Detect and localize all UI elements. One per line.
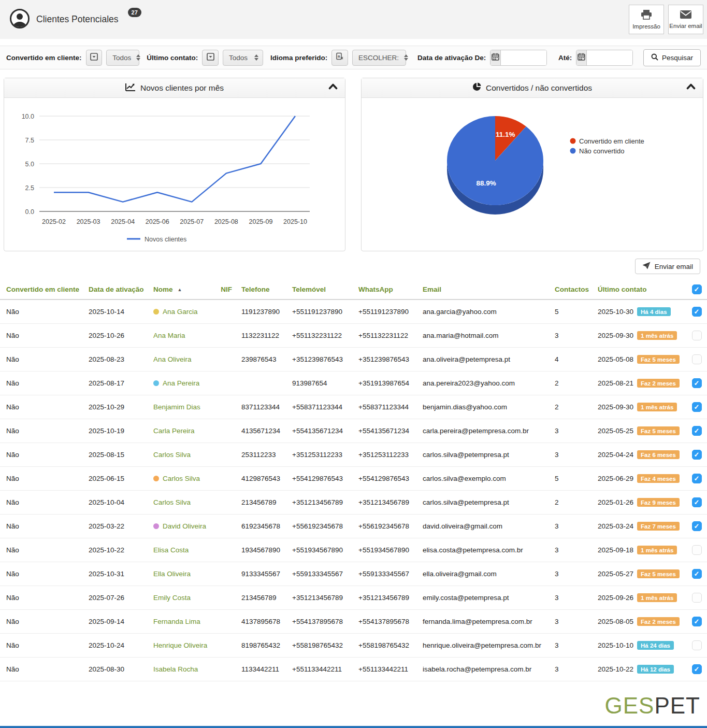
cell-activation-date: 2025-10-24 [82,641,147,649]
col-convertido[interactable]: Convertido em cliente [0,286,82,293]
row-checkbox[interactable]: ✓ [692,307,702,317]
print-button[interactable]: Impressão [629,5,664,34]
col-data-ativacao[interactable]: Data de ativação [82,286,147,293]
last-contact-badge: Faz 4 meses [637,474,680,483]
client-name-link[interactable]: Ana Pereira [163,379,199,387]
cell-converted: Não [0,594,82,602]
date-to-calendar-button[interactable] [576,50,587,65]
col-nome[interactable]: Nome▲ [147,286,214,293]
client-name-link[interactable]: Fernanda Lima [153,618,200,625]
collapse-chevron-icon[interactable] [328,83,338,92]
row-checkbox[interactable] [692,354,702,364]
col-telemovel[interactable]: Telemóvel [286,286,352,293]
svg-text:11.1%: 11.1% [496,131,515,138]
cell-email: carlos.silva@petempresa.pt [416,451,549,459]
client-name-link[interactable]: Ana Garcia [163,308,198,316]
sort-asc-icon: ▲ [178,287,182,292]
cell-phone: 9133345567 [235,570,286,578]
paper-plane-icon [642,262,651,271]
cell-mobile: +558371123344 [286,403,352,411]
cell-mobile: +551191237890 [286,308,352,316]
row-checkbox[interactable] [692,640,702,650]
col-whatsapp[interactable]: WhatsApp [352,286,416,293]
row-checkbox[interactable]: ✓ [692,474,702,483]
last-contact-badge: Faz 2 meses [637,379,680,388]
client-name-link[interactable]: Carlos Silva [153,498,191,506]
cell-whatsapp: +554129876543 [352,475,416,482]
svg-text:7.5: 7.5 [25,137,34,144]
row-checkbox[interactable]: ✓ [692,450,702,460]
row-checkbox[interactable]: ✓ [692,521,702,531]
send-email-table-button[interactable]: Enviar email [635,259,700,274]
client-name-link[interactable]: Carlos Silva [153,451,191,459]
cell-last-contact: 2025-08-21Faz 2 meses [591,379,686,388]
col-nif[interactable]: NIF [214,286,235,293]
row-checkbox[interactable]: ✓ [692,664,702,674]
converted-filter-select[interactable]: Todos [106,50,139,66]
cell-last-contact: 2025-10-22Há 12 dias [591,665,686,674]
client-name-link[interactable]: Ana Maria [153,332,185,339]
cell-activation-date: 2025-10-26 [82,332,147,339]
date-from-calendar-button[interactable] [490,50,501,65]
client-name-link[interactable]: Isabela Rocha [153,665,198,673]
cell-phone: 4137895678 [235,618,286,625]
row-checkbox[interactable]: ✓ [692,617,702,626]
client-name-link[interactable]: Ella Oliveira [153,570,191,578]
table-body: Não2025-10-14Ana Garcia1191237890+551191… [0,300,707,681]
cell-name: Carlos Silva [147,498,214,506]
client-name-link[interactable]: Henrique Oliveira [153,641,207,649]
language-filter-select[interactable]: ESCOLHER: [352,50,406,66]
cell-name: Carlos Silva [147,451,214,459]
col-email[interactable]: Email [416,286,549,293]
cell-activation-date: 2025-06-15 [82,475,147,482]
row-checkbox[interactable]: ✓ [692,402,702,412]
client-name-link[interactable]: Benjamim Dias [153,403,200,411]
row-checkbox[interactable] [692,545,702,555]
row-checkbox[interactable]: ✓ [692,497,702,507]
cell-whatsapp: +351253112233 [352,451,416,459]
cell-mobile: +551132231122 [286,332,352,339]
col-ultimo-contato[interactable]: Último contato [591,286,686,293]
row-checkbox[interactable] [692,331,702,340]
svg-text:a: a [338,54,340,59]
col-telefone[interactable]: Telefone [235,286,286,293]
collapse-chevron-icon[interactable] [686,83,696,92]
send-email-top-button[interactable]: Enviar email [668,5,703,34]
row-checkbox[interactable]: ✓ [692,426,702,436]
cell-last-contact: 2025-06-29Faz 4 meses [591,474,686,483]
svg-text:2.5: 2.5 [25,184,34,192]
select-all-checkbox[interactable]: ✓ [692,284,702,294]
cell-converted: Não [0,451,82,459]
client-name-link[interactable]: Carlos Silva [163,475,200,482]
cell-name: Ana Oliveira [147,355,214,363]
table-row: Não2025-09-14Fernanda Lima4137895678+554… [0,610,707,634]
calendar-icon [578,53,585,63]
row-checkbox[interactable]: ✓ [692,378,702,388]
converted-filter-toggle-button[interactable] [86,50,103,66]
date-from-input[interactable] [501,50,546,65]
col-contactos[interactable]: Contactos [549,286,591,293]
date-to-input[interactable] [587,50,632,65]
language-filter-button[interactable]: a [331,50,348,66]
client-name-link[interactable]: Emily Costa [153,594,191,602]
cell-name: Ella Oliveira [147,570,214,578]
last-contact-badge: Há 24 dias [637,641,674,650]
row-checkbox[interactable]: ✓ [692,569,702,579]
cell-contacts: 3 [549,522,591,530]
row-checkbox[interactable] [692,593,702,603]
search-button[interactable]: Pesquisar [643,49,701,66]
client-name-link[interactable]: Elisa Costa [153,546,189,554]
cell-email: ana.pereira2023@yahoo.com [416,379,549,387]
client-name-link[interactable]: Ana Oliveira [153,355,192,363]
last-contact-filter-toggle-button[interactable] [202,50,219,66]
client-name-link[interactable]: Carla Pereira [153,427,195,435]
cell-last-contact: 2025-09-181 mês atrás [591,546,686,554]
cell-converted: Não [0,403,82,411]
cell-phone: 8198765432 [235,641,286,649]
line-chart-card: Novos clientes por mês 0.02.55.07.510.02… [4,78,345,251]
last-contact-filter-select[interactable]: Todos [223,50,263,66]
cell-name: Fernanda Lima [147,618,214,625]
client-name-link[interactable]: David Oliveira [163,522,206,530]
last-contact-badge: Faz 9 meses [637,498,680,507]
table-row: Não2025-07-26Emily Costa213456789+351213… [0,586,707,610]
